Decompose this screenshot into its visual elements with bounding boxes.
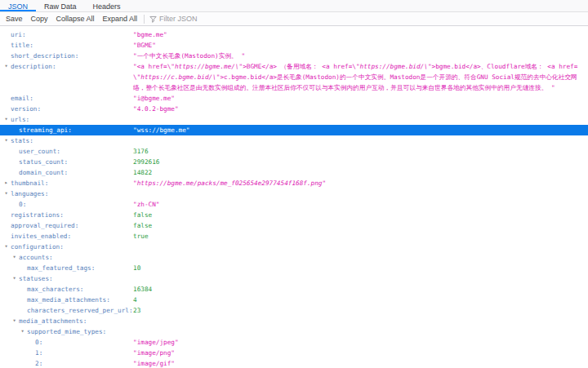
collapse-arrow-icon[interactable]: ▾	[11, 252, 18, 263]
json-value: "BGME"	[133, 40, 581, 51]
json-value: 14822	[133, 167, 581, 178]
json-key: max_media_attachments:	[27, 295, 110, 305]
json-row-status_count[interactable]: status_count:2992616	[0, 157, 588, 167]
json-row-1[interactable]: 1:"image/png"	[0, 348, 588, 358]
json-row-title[interactable]: title:"BGME"	[0, 40, 588, 51]
json-value: false	[133, 210, 581, 220]
json-row-uri[interactable]: uri:"bgme.me"	[0, 29, 588, 40]
json-row-approval_required[interactable]: approval_required:false	[0, 220, 588, 231]
json-key: supported_mime_types:	[27, 326, 106, 337]
json-value: "https://bgme.me/packs/me_f025654e297745…	[133, 178, 581, 188]
json-row-user_count[interactable]: user_count:3176	[0, 146, 588, 157]
collapse-arrow-icon[interactable]: ▾	[2, 61, 10, 72]
json-row-supported_mime_types[interactable]: ▾supported_mime_types:	[0, 326, 588, 337]
json-row-max_media_attachments[interactable]: max_media_attachments:4	[0, 295, 588, 305]
json-row-registrations[interactable]: registrations:false	[0, 210, 588, 220]
json-row-media_attachments[interactable]: ▾media_attachments:	[0, 316, 588, 326]
json-key: 0:	[19, 199, 26, 210]
json-row-characters_reserved_per_url[interactable]: characters_reserved_per_url:23	[0, 305, 588, 316]
json-key: user_count:	[19, 146, 60, 157]
json-row-streaming_api[interactable]: streaming_api:"wss://bgme.me"	[0, 125, 588, 135]
json-toolbar: Save Copy Collapse All Expand All	[0, 12, 588, 26]
tab-headers[interactable]: Headers	[85, 0, 129, 11]
json-value: 10	[133, 263, 581, 273]
json-row-short_description[interactable]: short_description:"一个中文长毛象(Mastodon)实例。 …	[0, 51, 588, 61]
collapse-arrow-icon[interactable]: ▾	[2, 188, 10, 199]
json-key: title:	[11, 40, 33, 51]
json-key: 1:	[35, 348, 42, 358]
json-row-description[interactable]: ▾description:"<a href=\"https://bgme.me/…	[0, 61, 588, 93]
json-row-urls[interactable]: ▾urls:	[0, 114, 588, 125]
json-value: 3176	[133, 146, 581, 157]
json-row-invites_enabled[interactable]: invites_enabled:true	[0, 231, 588, 242]
json-row-languages[interactable]: ▾languages:	[0, 188, 588, 199]
json-value: 4	[133, 295, 581, 305]
json-value: 2992616	[133, 157, 581, 167]
json-key: thumbnail:	[11, 178, 48, 188]
json-key: invites_enabled:	[11, 231, 71, 242]
collapse-arrow-icon[interactable]: ▾	[11, 316, 18, 326]
tab-raw-data[interactable]: Raw Data	[36, 0, 85, 11]
collapse-arrow-icon[interactable]: ▾	[2, 114, 10, 125]
json-key: media_attachments:	[19, 316, 87, 326]
json-value: "zh-CN"	[133, 199, 581, 210]
json-row-thumbnail[interactable]: ▸thumbnail:"https://bgme.me/packs/me_f02…	[0, 178, 588, 188]
json-value: "image/jpeg"	[133, 337, 581, 348]
json-row-email[interactable]: email:"i@bgme.me"	[0, 93, 588, 104]
json-value: false	[133, 220, 581, 231]
json-row-domain_count[interactable]: domain_count:14822	[0, 167, 588, 178]
json-key: domain_count:	[19, 167, 68, 178]
json-key: version:	[11, 104, 41, 114]
toolbar-separator	[144, 15, 145, 24]
json-key: stats:	[11, 135, 33, 146]
json-key: urls:	[11, 114, 29, 125]
save-button[interactable]: Save	[2, 12, 27, 25]
json-key: statuses:	[19, 273, 53, 284]
json-key: max_featured_tags:	[27, 263, 95, 273]
expand-all-button[interactable]: Expand All	[99, 12, 142, 25]
filter-area	[147, 15, 588, 23]
json-value: "<a href=\"https://bgme.me/\">BGME</a> （…	[133, 61, 581, 93]
json-key: email:	[11, 93, 33, 104]
json-tree: uri:"bgme.me"title:"BGME"short_descripti…	[0, 26, 588, 368]
json-row-max_characters[interactable]: max_characters:16384	[0, 284, 588, 295]
collapse-arrow-icon[interactable]: ▾	[2, 242, 10, 252]
json-value: "wss://bgme.me"	[133, 125, 581, 135]
json-row-configuration[interactable]: ▾configuration:	[0, 242, 588, 252]
json-viewer-tabbar: JSON Raw Data Headers	[0, 0, 588, 12]
json-key: configuration:	[11, 242, 64, 252]
json-value: "image/gif"	[133, 358, 581, 368]
json-row-0[interactable]: 0:"image/jpeg"	[0, 337, 588, 348]
json-value: "image/png"	[133, 348, 581, 358]
json-key: characters_reserved_per_url:	[27, 305, 133, 316]
json-key: registrations:	[11, 210, 64, 220]
expand-arrow-icon[interactable]: ▸	[2, 178, 10, 188]
collapse-arrow-icon[interactable]: ▾	[19, 326, 26, 337]
json-value: 16384	[133, 284, 581, 295]
json-value: "一个中文长毛象(Mastodon)实例。 "	[133, 51, 581, 61]
json-row-max_featured_tags[interactable]: max_featured_tags:10	[0, 263, 588, 273]
filter-funnel-icon	[149, 16, 157, 23]
json-row-0[interactable]: 0:"zh-CN"	[0, 199, 588, 210]
json-key: short_description:	[11, 51, 78, 61]
json-row-2[interactable]: 2:"image/gif"	[0, 358, 588, 368]
collapse-arrow-icon[interactable]: ▾	[11, 273, 18, 284]
filter-json-input[interactable]	[159, 15, 323, 23]
tab-json[interactable]: JSON	[0, 0, 36, 11]
json-key: 0:	[35, 337, 42, 348]
json-key: status_count:	[19, 157, 68, 167]
json-key: streaming_api:	[19, 125, 72, 135]
json-row-accounts[interactable]: ▾accounts:	[0, 252, 588, 263]
json-key: languages:	[11, 188, 48, 199]
collapse-all-button[interactable]: Collapse All	[52, 12, 99, 25]
json-row-stats[interactable]: ▾stats:	[0, 135, 588, 146]
json-value: "bgme.me"	[133, 29, 581, 40]
json-key: approval_required:	[11, 220, 78, 231]
json-row-version[interactable]: version:"4.0.2-bgme"	[0, 104, 588, 114]
json-value: "4.0.2-bgme"	[133, 104, 581, 114]
json-row-statuses[interactable]: ▾statuses:	[0, 273, 588, 284]
json-key: accounts:	[19, 252, 53, 263]
copy-button[interactable]: Copy	[27, 12, 52, 25]
json-key: max_characters:	[27, 284, 83, 295]
collapse-arrow-icon[interactable]: ▾	[2, 135, 10, 146]
